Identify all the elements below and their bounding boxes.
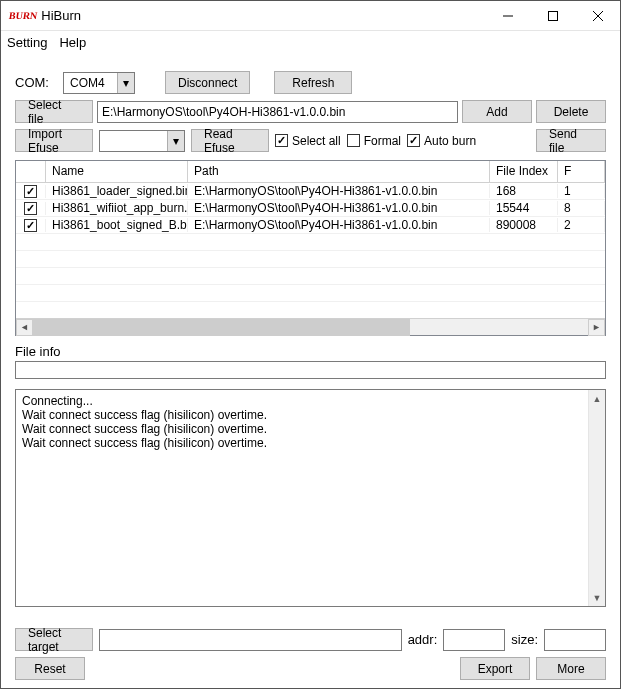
add-button[interactable]: Add	[462, 100, 532, 123]
cell-name: Hi3861_loader_signed.bin	[46, 184, 188, 198]
cell-file-index: 168	[490, 184, 558, 198]
checkbox-icon	[347, 134, 360, 147]
scroll-down-icon[interactable]: ▼	[589, 589, 605, 606]
maximize-button[interactable]	[530, 1, 575, 30]
close-button[interactable]	[575, 1, 620, 30]
menu-help[interactable]: Help	[59, 35, 86, 50]
file-table[interactable]: Name Path File Index F Hi3861_loader_sig…	[15, 160, 606, 336]
file-info-label: File info	[15, 344, 606, 359]
file-info-box[interactable]	[15, 361, 606, 379]
import-efuse-button[interactable]: Import Efuse	[15, 129, 93, 152]
auto-burn-checkbox[interactable]: Auto burn	[407, 134, 476, 148]
addr-label: addr:	[408, 632, 438, 647]
reset-button[interactable]: Reset	[15, 657, 85, 680]
table-header: Name Path File Index F	[16, 161, 605, 183]
efuse-combo[interactable]: ▾	[99, 130, 185, 152]
window-title: HiBurn	[41, 8, 81, 23]
log-line: Connecting...	[22, 394, 581, 408]
formal-checkbox[interactable]: Formal	[347, 134, 401, 148]
vertical-scrollbar[interactable]: ▲ ▼	[588, 390, 605, 606]
horizontal-scrollbar[interactable]: ◄ ►	[16, 318, 605, 335]
select-file-button[interactable]: Select file	[15, 100, 93, 123]
size-label: size:	[511, 632, 538, 647]
checkbox-icon	[24, 202, 37, 215]
cell-rest: 1	[558, 184, 605, 198]
row-checkbox[interactable]	[16, 219, 46, 232]
refresh-button[interactable]: Refresh	[274, 71, 352, 94]
scroll-thumb[interactable]	[33, 319, 410, 336]
file-path-input[interactable]: E:\HarmonyOS\tool\Py4OH-Hi3861-v1.0.0.bi…	[97, 101, 458, 123]
export-button[interactable]: Export	[460, 657, 530, 680]
com-label: COM:	[15, 75, 63, 90]
col-name[interactable]: Name	[46, 161, 188, 182]
chevron-down-icon: ▾	[167, 131, 184, 151]
table-row-empty	[16, 234, 605, 251]
addr-input[interactable]	[443, 629, 505, 651]
cell-path: E:\HarmonyOS\tool\Py4OH-Hi3861-v1.0.0.bi…	[188, 218, 490, 232]
svg-rect-1	[548, 11, 557, 20]
com-port-value: COM4	[64, 76, 117, 90]
checkbox-icon	[275, 134, 288, 147]
cell-rest: 8	[558, 201, 605, 215]
chevron-down-icon: ▾	[117, 73, 134, 93]
menu-setting[interactable]: Setting	[7, 35, 47, 50]
checkbox-icon	[24, 185, 37, 198]
minimize-button[interactable]	[485, 1, 530, 30]
table-row-empty	[16, 302, 605, 318]
row-checkbox[interactable]	[16, 185, 46, 198]
cell-rest: 2	[558, 218, 605, 232]
file-path-value: E:\HarmonyOS\tool\Py4OH-Hi3861-v1.0.0.bi…	[102, 105, 345, 119]
table-row-empty	[16, 268, 605, 285]
delete-button[interactable]: Delete	[536, 100, 606, 123]
size-input[interactable]	[544, 629, 606, 651]
scroll-up-icon[interactable]: ▲	[589, 390, 605, 407]
select-target-button[interactable]: Select target	[15, 628, 93, 651]
select-all-checkbox[interactable]: Select all	[275, 134, 341, 148]
menu-bar: Setting Help	[1, 31, 620, 53]
cell-file-index: 15544	[490, 201, 558, 215]
auto-burn-label: Auto burn	[424, 134, 476, 148]
table-row[interactable]: Hi3861_loader_signed.binE:\HarmonyOS\too…	[16, 183, 605, 200]
row-checkbox[interactable]	[16, 202, 46, 215]
table-row-empty	[16, 285, 605, 302]
disconnect-button[interactable]: Disconnect	[165, 71, 250, 94]
col-path[interactable]: Path	[188, 161, 490, 182]
formal-label: Formal	[364, 134, 401, 148]
cell-file-index: 890008	[490, 218, 558, 232]
cell-name: Hi3861_boot_signed_B.bin	[46, 218, 188, 232]
cell-path: E:\HarmonyOS\tool\Py4OH-Hi3861-v1.0.0.bi…	[188, 201, 490, 215]
select-all-label: Select all	[292, 134, 341, 148]
table-row-empty	[16, 251, 605, 268]
table-row[interactable]: Hi3861_boot_signed_B.binE:\HarmonyOS\too…	[16, 217, 605, 234]
title-bar: BURN HiBurn	[1, 1, 620, 31]
checkbox-icon	[24, 219, 37, 232]
col-file-index[interactable]: File Index	[490, 161, 558, 182]
log-line: Wait connect success flag (hisilicon) ov…	[22, 436, 581, 450]
com-port-combo[interactable]: COM4 ▾	[63, 72, 135, 94]
table-row[interactable]: Hi3861_wifiiot_app_burn...E:\HarmonyOS\t…	[16, 200, 605, 217]
log-line: Wait connect success flag (hisilicon) ov…	[22, 422, 581, 436]
target-value-input[interactable]	[99, 629, 402, 651]
scroll-left-icon[interactable]: ◄	[16, 319, 33, 336]
send-file-button[interactable]: Send file	[536, 129, 606, 152]
app-logo: BURN	[8, 10, 38, 21]
scroll-right-icon[interactable]: ►	[588, 319, 605, 336]
log-line: Wait connect success flag (hisilicon) ov…	[22, 408, 581, 422]
col-rest[interactable]: F	[558, 161, 605, 182]
checkbox-icon	[407, 134, 420, 147]
cell-path: E:\HarmonyOS\tool\Py4OH-Hi3861-v1.0.0.bi…	[188, 184, 490, 198]
cell-name: Hi3861_wifiiot_app_burn...	[46, 201, 188, 215]
log-output[interactable]: Connecting...Wait connect success flag (…	[15, 389, 606, 607]
read-efuse-button[interactable]: Read Efuse	[191, 129, 269, 152]
more-button[interactable]: More	[536, 657, 606, 680]
